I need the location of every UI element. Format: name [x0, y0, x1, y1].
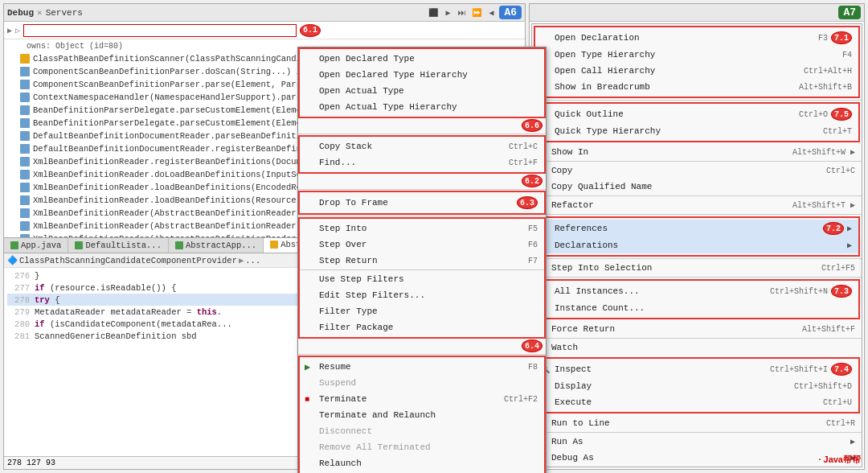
right-context-menu[interactable]: Open Declaration F3 7.1 Open Type Hierar… — [531, 23, 862, 467]
ctx-remove-all-terminated[interactable]: Remove All Terminated — [300, 439, 544, 455]
owns-text: owns: Object (id=80) — [27, 42, 123, 51]
rcm-arrow: ▶ — [850, 437, 855, 446]
ctx-step-return[interactable]: Step Return F7 — [300, 253, 544, 269]
rcm-open-type-hierarchy[interactable]: Open Type Hierarchy F4 — [535, 47, 858, 63]
thread-input[interactable]: Thread [main] (Class load: AbstractBeanD… — [23, 24, 297, 37]
rcm-arrow: ▶ — [847, 241, 852, 250]
bc-sep: ▶ — [239, 255, 244, 265]
sep-3 — [298, 216, 546, 216]
ctx-filter-package[interactable]: Filter Package — [300, 319, 544, 335]
ctx-use-step-filters[interactable]: Use Step Filters — [300, 271, 544, 287]
rcm-shortcut: Ctrl+O — [799, 110, 828, 119]
ctx-label: Disconnect — [319, 426, 372, 436]
rcm-force-return[interactable]: Force Return Alt+Shift+F — [532, 321, 862, 337]
ctx-open-declared-type-hierarchy[interactable]: Open Declared Type Hierarchy — [300, 67, 544, 83]
bottom-num-2: 127 — [27, 459, 41, 467]
toolbar-btn-2[interactable]: ▶ — [441, 6, 454, 19]
stack-text-1: ComponentScanBeanDefinitionParser.doScan… — [33, 67, 342, 76]
rcm-inspect[interactable]: 🔍 Inspect Ctrl+Shift+I 7.4 — [535, 360, 858, 378]
sep-r1 — [532, 100, 862, 101]
thread-bar: ▶ ▷ Thread [main] (Class load: AbstractB… — [4, 22, 525, 39]
ctx-step-into[interactable]: Step Into F5 — [300, 220, 544, 236]
rcm-display[interactable]: Display Ctrl+Shift+D — [535, 378, 858, 394]
ctx-find[interactable]: Find... Ctrl+F — [300, 154, 544, 171]
toolbar-btn-4[interactable]: ⏩ — [470, 6, 483, 19]
ctx-open-declared-type[interactable]: Open Declared Type — [300, 51, 544, 67]
ctx-step-over[interactable]: Step Over F6 — [300, 236, 544, 253]
toolbar-btn-1[interactable]: ⬛ — [427, 6, 440, 19]
rcm-copy-qualified[interactable]: Copy Qualified Name — [532, 179, 862, 195]
ctx-label: Use Step Filters — [319, 274, 404, 284]
rcm-quick-type-hierarchy[interactable]: Quick Type Hierarchy Ctrl+T — [535, 123, 858, 139]
ctx-label: Open Actual Type Hierarchy — [319, 102, 457, 112]
ctx-drop-to-frame[interactable]: Drop To Frame 6.3 — [300, 194, 544, 212]
ctx-copy-stack[interactable]: Copy Stack Ctrl+C — [300, 138, 544, 154]
bottom-num-3: 93 — [46, 459, 55, 467]
stack-icon-4 — [20, 105, 30, 115]
stack-icon-6 — [20, 131, 30, 141]
context-menu-left[interactable]: Open Declared Type Open Declared Type Hi… — [297, 47, 547, 473]
rcm-all-instances[interactable]: All Instances... Ctrl+Shift+N 7.3 — [535, 282, 858, 300]
stack-icon-10 — [20, 183, 30, 192]
ctx-shortcut: Ctrl+F — [509, 158, 538, 167]
toolbar-collapse[interactable]: ◀ — [485, 6, 497, 19]
rcm-step-into-selection[interactable]: Step Into Selection Ctrl+F5 — [532, 260, 862, 276]
bc-text: ClassPathScanningCandidateComponentProvi… — [19, 256, 237, 265]
rcm-open-call-hierarchy[interactable]: Open Call Hierarchy Ctrl+Alt+H — [535, 63, 858, 79]
rcm-debug-as[interactable]: Debug As ▶ — [532, 450, 862, 466]
rcm-declarations[interactable]: Declarations ▶ Workspace Ctrl+Shift Proj… — [535, 237, 858, 253]
stack-icon-11 — [20, 195, 30, 205]
stack-icon-13 — [20, 221, 30, 231]
ctx-disconnect[interactable]: Disconnect — [300, 423, 544, 439]
rcm-refactor[interactable]: Refactor Alt+Shift+T ▶ — [532, 197, 862, 213]
rcm-label: Show in Breadcrumb — [555, 82, 650, 92]
toolbar-btn-3[interactable]: ⏭ — [456, 6, 469, 19]
badge-7-4: 7.4 — [831, 363, 852, 376]
rcm-label: Quick Type Hierarchy — [555, 126, 661, 136]
rcm-label: Force Return — [551, 324, 615, 334]
rcm-label: Declarations — [555, 241, 618, 250]
ctx-edit-step-filters[interactable]: Edit Step Filters... — [300, 287, 544, 303]
ctx-terminate-relaunch[interactable]: Terminate and Relaunch — [300, 407, 544, 423]
rcm-quick-outline[interactable]: Quick Outline Ctrl+O 7.5 — [535, 105, 858, 123]
ctx-terminate[interactable]: ■ Terminate Ctrl+F2 — [300, 391, 544, 407]
sep-r5 — [532, 258, 862, 259]
line-num-277: 277 — [7, 283, 30, 293]
terminate-icon: ■ — [305, 395, 309, 404]
rcm-instance-count[interactable]: Instance Count... — [535, 300, 858, 316]
rcm-show-in[interactable]: Show In Alt+Shift+W ▶ — [532, 144, 862, 160]
line-num-281: 281 — [7, 331, 30, 341]
ctx-label: Edit Step Filters... — [319, 290, 425, 300]
rcm-show-breadcrumb[interactable]: Show in Breadcrumb Alt+Shift+B — [535, 79, 858, 95]
rcm-run-to-line[interactable]: Run to Line Ctrl+R — [532, 415, 862, 431]
bc-more: ... — [245, 256, 260, 265]
stack-icon-1 — [20, 67, 30, 76]
panel-header-left: Debug ✕ Servers — [7, 7, 83, 18]
rcm-shortcut: Ctrl+U — [823, 398, 852, 407]
rcm-open-declaration[interactable]: Open Declaration F3 7.1 — [535, 29, 858, 47]
tab-app-java[interactable]: App.java — [4, 238, 68, 253]
ctx-relaunch[interactable]: Relaunch — [300, 455, 544, 471]
ctx-open-actual-type-hierarchy[interactable]: Open Actual Type Hierarchy — [300, 99, 544, 115]
ctx-suspend[interactable]: Suspend — [300, 375, 544, 391]
rcm-copy[interactable]: Copy Ctrl+C — [532, 162, 862, 179]
ctx-open-actual-type[interactable]: Open Actual Type — [300, 83, 544, 99]
ctx-resume[interactable]: ▶ Resume F8 — [300, 359, 544, 375]
rcm-shortcut: Ctrl+C — [826, 167, 855, 175]
right-header: A7 — [530, 4, 864, 22]
watermark-text: · Java帮帮 — [818, 454, 861, 464]
tab-abstractapp[interactable]: AbstractApp... — [169, 238, 264, 253]
rcm-label: Run to Line — [551, 418, 610, 428]
rcm-execute[interactable]: Execute Ctrl+U — [535, 394, 858, 410]
sep-r8 — [532, 432, 862, 433]
rcm-watch[interactable]: 👁 Watch — [532, 339, 862, 356]
tab-defaultlista[interactable]: DefaultLista... — [68, 238, 169, 253]
rcm-profile-as[interactable]: Profile As ▶ — [532, 466, 862, 467]
rcm-run-as[interactable]: Run As ▶ — [532, 434, 862, 450]
rcm-label: Open Type Hierarchy — [555, 50, 655, 60]
ctx-label: Relaunch — [319, 459, 362, 468]
rcm-references[interactable]: References 7.2 ▶ — [535, 220, 858, 237]
badge-6-4: 6.4 — [522, 339, 542, 352]
stack-text-3: ContextNamespaceHandler(NamespaceHandler… — [33, 93, 326, 102]
ctx-filter-type[interactable]: Filter Type — [300, 303, 544, 319]
